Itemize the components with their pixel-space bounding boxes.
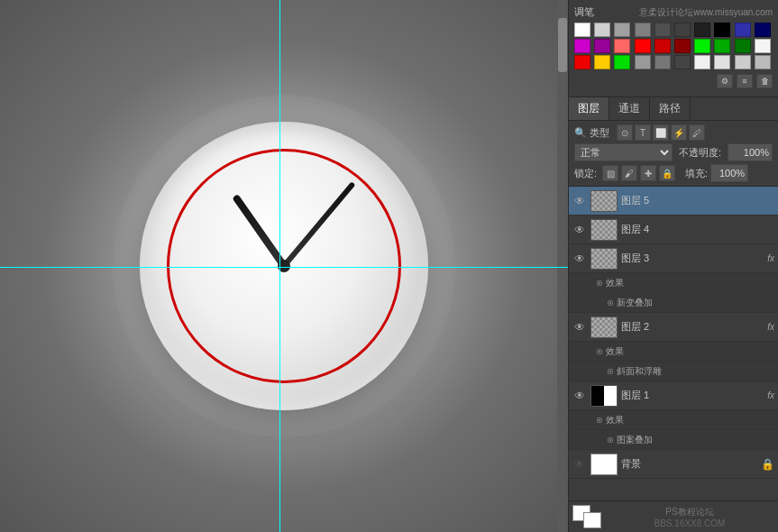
bbs-label: BBS.16XX8.COM	[605, 518, 774, 528]
layer-fx-1: fx	[767, 390, 774, 400]
layer-eye-2[interactable]: 👁	[572, 320, 587, 335]
kind-icon[interactable]: T	[635, 124, 651, 141]
kind-icon[interactable]: ⚡	[671, 124, 687, 141]
swatch-icon-btn[interactable]: ⚙	[717, 74, 733, 88]
lock-all-btn[interactable]: 🔒	[659, 165, 675, 181]
swatch[interactable]	[594, 23, 610, 37]
fill-label: 填充:	[685, 167, 708, 180]
layer-thumb-3	[590, 248, 618, 270]
swatch[interactable]	[755, 23, 771, 37]
layer-fx-2: fx	[767, 322, 774, 332]
swatch-icon-btn[interactable]: ≡	[737, 74, 753, 88]
lock-move-btn[interactable]: ✚	[640, 165, 656, 181]
swatch[interactable]	[654, 39, 671, 53]
swatch[interactable]	[574, 39, 590, 53]
layers-bottom: PS教程论坛 BBS.16XX8.COM	[569, 500, 778, 532]
swatch[interactable]	[694, 55, 710, 69]
layer-effect-2-root[interactable]: ⊙ 效果	[569, 342, 778, 362]
right-panel: 调笔 意柔设计论坛www.missyuan.com	[568, 0, 778, 532]
layer-effect-3-gradient[interactable]: ⊙ 新变叠加	[569, 293, 778, 313]
layer-effect-1-pattern[interactable]: ⊙ 图案叠加	[569, 430, 778, 450]
lock-label: 锁定:	[574, 167, 600, 180]
blend-mode-select[interactable]: 正常 溶解 正片叠底	[574, 143, 673, 161]
kind-icon[interactable]: 🖊	[689, 124, 705, 141]
layers-controls: 🔍 类型 ⊙ T ⬜ ⚡ 🖊 正常 溶解 正片叠底 不透明度:	[569, 121, 778, 187]
swatch[interactable]	[694, 39, 710, 53]
canvas-scrollbar[interactable]	[557, 0, 568, 532]
footer-ps-label: PS教程论坛 BBS.16XX8.COM	[605, 506, 774, 528]
swatch[interactable]	[674, 55, 691, 69]
layers-tabs: 图层 通道 路径	[569, 97, 778, 121]
layer-effect-2-bevel[interactable]: ⊙ 斜面和浮雕	[569, 362, 778, 381]
swatch[interactable]	[614, 39, 630, 53]
swatch[interactable]	[614, 55, 630, 69]
kind-icon[interactable]: ⬜	[653, 124, 669, 141]
clock-container	[140, 122, 428, 410]
swatch[interactable]	[674, 39, 691, 53]
swatch[interactable]	[594, 55, 610, 69]
layer-name-3: 图层 3	[621, 252, 764, 265]
swatch[interactable]	[674, 23, 691, 37]
opacity-input[interactable]	[728, 143, 773, 161]
layer-eye-4[interactable]: 👁	[572, 223, 587, 237]
layer-name-bg: 背景	[621, 457, 756, 471]
lock-paint-btn[interactable]: 🖌	[621, 165, 637, 181]
swatch[interactable]	[654, 23, 671, 37]
kind-label: 🔍 类型	[574, 126, 609, 140]
layer-effect-1-root[interactable]: ⊙ 效果	[569, 410, 778, 430]
swatch[interactable]	[635, 39, 651, 53]
layer-eye-3[interactable]: 👁	[572, 252, 587, 266]
swatch[interactable]	[755, 39, 771, 53]
swatch-row-3	[574, 55, 773, 69]
layer-item-3[interactable]: 👁 图层 3 fx	[569, 244, 778, 273]
layer-eye-5[interactable]: 👁	[572, 194, 587, 208]
scrollbar-thumb[interactable]	[558, 18, 567, 72]
swatch[interactable]	[714, 23, 730, 37]
layer-name-4: 图层 4	[621, 223, 774, 236]
fill-input[interactable]	[710, 164, 748, 182]
swatch[interactable]	[714, 55, 730, 69]
tab-channels[interactable]: 通道	[609, 97, 650, 120]
swatch[interactable]	[735, 39, 751, 53]
tab-layers[interactable]: 图层	[569, 97, 609, 120]
kind-icon[interactable]: ⊙	[617, 124, 633, 141]
background-color[interactable]	[583, 512, 601, 528]
tab-paths[interactable]: 路径	[650, 97, 691, 120]
layer-eye-1[interactable]: 👁	[572, 389, 587, 403]
layer-thumb-1	[590, 385, 618, 407]
layer-item-1[interactable]: 👁 图层 1 fx	[569, 381, 778, 410]
layer-item-5[interactable]: 👁 图层 5	[569, 187, 778, 216]
guide-horizontal	[0, 267, 568, 268]
swatch[interactable]	[635, 55, 651, 69]
lock-transparent-btn[interactable]: ▧	[602, 165, 618, 181]
clock-face	[140, 122, 428, 410]
swatch[interactable]	[614, 23, 630, 37]
swatch[interactable]	[694, 23, 710, 37]
layer-effect-3-root[interactable]: ⊙ 效果	[569, 273, 778, 293]
swatch[interactable]	[594, 39, 610, 53]
swatch[interactable]	[735, 55, 751, 69]
layer-eye-bg[interactable]: 👁	[572, 457, 587, 472]
layers-list: 👁 图层 5 👁 图层 4 👁 图层 3 fx ⊙ 效果 ⊙ 新变叠	[569, 187, 778, 500]
swatch-row-2	[574, 39, 773, 53]
canvas-area	[0, 0, 568, 532]
swatch[interactable]	[714, 39, 730, 53]
swatches-title: 调笔	[574, 5, 594, 19]
layer-fx-3: fx	[767, 253, 774, 263]
swatch-delete-btn[interactable]: 🗑	[756, 74, 773, 88]
swatch[interactable]	[635, 23, 651, 37]
swatch[interactable]	[654, 55, 671, 69]
layer-name-5: 图层 5	[621, 194, 774, 207]
layer-item-4[interactable]: 👁 图层 4	[569, 216, 778, 244]
swatch[interactable]	[755, 55, 771, 69]
swatch[interactable]	[574, 23, 590, 37]
swatch-row-1	[574, 23, 773, 37]
swatch[interactable]	[574, 55, 590, 69]
layer-thumb-5	[590, 190, 618, 212]
swatch[interactable]	[735, 23, 751, 37]
bg-lock-icon: 🔒	[760, 457, 774, 472]
layer-item-2[interactable]: 👁 图层 2 fx	[569, 313, 778, 342]
swatches-icons-row: ⚙ ≡ 🗑	[574, 71, 773, 91]
layer-item-bg[interactable]: 👁 背景 🔒	[569, 450, 778, 479]
ps-label: PS教程论坛	[605, 506, 774, 518]
